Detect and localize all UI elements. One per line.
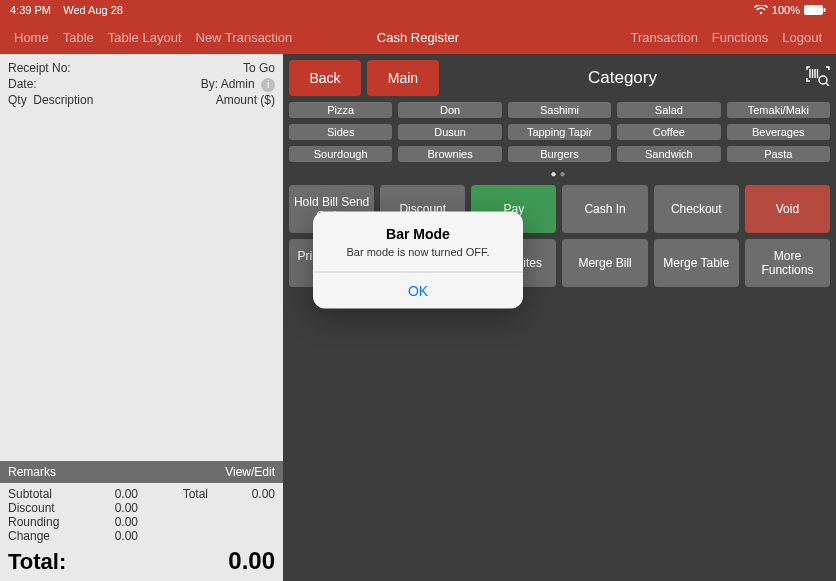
desc-label: Description [33,93,93,107]
receipt-by: By: Admin i [201,76,275,92]
cat-label: Sides [289,124,392,140]
change-label: Change [8,529,88,543]
cat-tapping-tapir[interactable]: Tapping Tapir [508,124,611,140]
status-date: Wed Aug 28 [63,4,123,16]
void-button[interactable]: Void [745,185,830,233]
receipt-amount-label: Amount ($) [216,92,275,108]
cat-label: Sandwich [617,146,720,162]
barcode-search-icon[interactable] [806,66,830,90]
discount-label: Discount [8,501,88,515]
cat-don[interactable]: Don [398,102,501,118]
cat-beverages[interactable]: Beverages [727,124,830,140]
main-button[interactable]: Main [367,60,439,96]
cat-sides[interactable]: Sides [289,124,392,140]
totals-block: Subtotal 0.00 Total 0.00 Discount 0.00 R… [0,483,283,545]
cat-label: Pizza [289,102,392,118]
remarks-bar[interactable]: Remarks View/Edit [0,461,283,483]
cat-label: Coffee [617,124,720,140]
remarks-viewedit[interactable]: View/Edit [225,465,275,479]
qty-label: Qty [8,93,27,107]
cat-salad[interactable]: Salad [617,102,720,118]
status-left: 4:39 PM Wed Aug 28 [10,4,123,16]
nav-table-layout[interactable]: Table Layout [108,30,182,45]
cat-label: Burgers [508,146,611,162]
cat-temaki[interactable]: Temaki/Maki [727,102,830,118]
discount-val: 0.00 [88,501,138,515]
receipt-qtydesc: Qty Description [8,92,93,108]
merge-bill-button[interactable]: Merge Bill [562,239,647,287]
receipt-togo: To Go [243,60,275,76]
rounding-val: 0.00 [88,515,138,529]
svg-rect-1 [824,8,826,12]
nav-left: Home Table Table Layout New Transaction [0,30,292,45]
more-functions-button[interactable]: More Functions [745,239,830,287]
subtotal-val: 0.00 [88,487,138,501]
alert-message: Bar mode is now turned OFF. [313,242,523,272]
nav-new-transaction[interactable]: New Transaction [196,30,293,45]
receipt-date-label: Date: [8,76,37,92]
cat-sashimi[interactable]: Sashimi [508,102,611,118]
nav-bar: Home Table Table Layout New Transaction … [0,20,836,54]
category-grid: Pizza Don Sashimi Salad Temaki/Maki Side… [289,102,830,162]
cat-pasta[interactable]: Pasta [727,146,830,162]
cat-label: Salad [617,102,720,118]
cat-label: Tapping Tapir [508,124,611,140]
cat-label: Dusun [398,124,501,140]
wifi-icon [754,5,768,15]
receipt-by-text: By: Admin [201,77,255,91]
rounding-label: Rounding [8,515,88,529]
status-bar: 4:39 PM Wed Aug 28 100% [0,0,836,20]
merge-table-button[interactable]: Merge Table [654,239,739,287]
svg-point-6 [819,76,827,84]
grand-total-val: 0.00 [228,547,275,575]
cat-pizza[interactable]: Pizza [289,102,392,118]
nav-table[interactable]: Table [63,30,94,45]
cat-label: Beverages [727,124,830,140]
receipt-pane: Receipt No: To Go Date: By: Admin i Qty … [0,54,283,581]
cash-in-button[interactable]: Cash In [562,185,647,233]
info-icon[interactable]: i [261,78,275,92]
svg-rect-0 [804,5,823,15]
category-header: Back Main Category [289,60,830,96]
checkout-button[interactable]: Checkout [654,185,739,233]
status-right: 100% [754,4,826,16]
receipt-body[interactable] [0,112,283,461]
back-button[interactable]: Back [289,60,361,96]
cat-sourdough[interactable]: Sourdough [289,146,392,162]
category-title: Category [445,68,800,88]
cat-label: Don [398,102,501,118]
nav-home[interactable]: Home [14,30,49,45]
remarks-label: Remarks [8,465,56,479]
cat-burgers[interactable]: Burgers [508,146,611,162]
bar-mode-alert: Bar Mode Bar mode is now turned OFF. OK [313,212,523,309]
cat-label: Sashimi [508,102,611,118]
content: Receipt No: To Go Date: By: Admin i Qty … [0,54,836,581]
subtotal-label: Subtotal [8,487,88,501]
right-pane: Back Main Category Pizza Don Sashimi Sal… [283,54,836,581]
cat-label: Temaki/Maki [727,102,830,118]
nav-right: Transaction Functions Logout [630,30,836,45]
status-battery: 100% [772,4,800,16]
svg-line-7 [826,83,829,86]
receipt-header: Receipt No: To Go Date: By: Admin i Qty … [0,54,283,112]
nav-functions[interactable]: Functions [712,30,768,45]
receipt-no-label: Receipt No: [8,60,71,76]
alert-ok-button[interactable]: OK [313,272,523,309]
cat-label: Brownies [398,146,501,162]
page-indicator[interactable]: ●● [289,168,830,179]
cat-label: Sourdough [289,146,392,162]
nav-logout[interactable]: Logout [782,30,822,45]
nav-transaction[interactable]: Transaction [630,30,697,45]
grand-total: Total: 0.00 [0,545,283,581]
cat-coffee[interactable]: Coffee [617,124,720,140]
total-val: 0.00 [208,487,275,501]
status-time: 4:39 PM [10,4,51,16]
cat-brownies[interactable]: Brownies [398,146,501,162]
nav-title: Cash Register [377,30,459,45]
cat-sandwich[interactable]: Sandwich [617,146,720,162]
cat-dusun[interactable]: Dusun [398,124,501,140]
battery-icon [804,5,826,15]
total-label: Total [138,487,208,501]
cat-label: Pasta [727,146,830,162]
change-val: 0.00 [88,529,138,543]
